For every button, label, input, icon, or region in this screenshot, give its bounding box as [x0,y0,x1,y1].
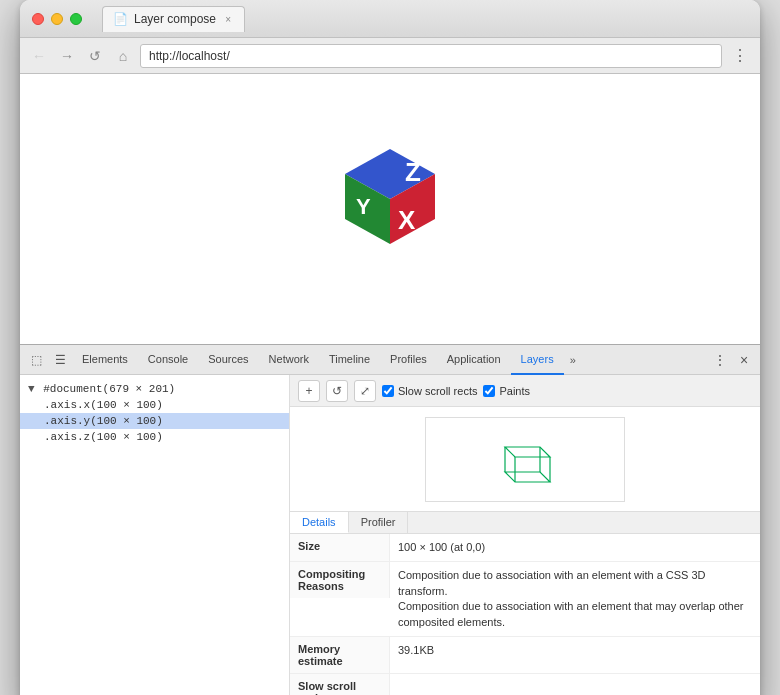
layer-tab-profiler[interactable]: Profiler [349,512,409,533]
tab-icon: 📄 [113,12,128,26]
tab-profiles[interactable]: Profiles [380,345,437,375]
rotate-layer-button[interactable]: ↺ [326,380,348,402]
detail-row-memory: Memory estimate 39.1KB [290,637,760,674]
back-icon: ← [32,48,46,64]
slow-scroll-regions-label: Slow scroll regions [290,674,390,695]
move-layer-button[interactable]: ⤢ [354,380,376,402]
layers-right-panel: + ↺ ⤢ Slow scroll rects Paints [290,375,760,695]
title-bar: 📄 Layer compose × [20,0,760,38]
layer-details-content: Size 100 × 100 (at 0,0) Compositing Reas… [290,534,760,695]
address-bar: ← → ↺ ⌂ ⋮ [20,38,760,74]
home-button[interactable]: ⌂ [112,45,134,67]
size-label: Size [290,534,390,561]
svg-text:X: X [398,205,416,235]
browser-content: Z Y X ⬚ ☰ Elements Console [20,74,760,695]
memory-label: Memory estimate [290,637,390,673]
compositing-value: Composition due to association with an e… [390,562,760,636]
tab-sources[interactable]: Sources [198,345,258,375]
add-layer-button[interactable]: + [298,380,320,402]
maximize-traffic-light[interactable] [70,13,82,25]
devtools-close-button[interactable]: × [732,348,756,372]
more-tabs-button[interactable]: » [564,354,582,366]
slow-scroll-regions-value [390,674,760,686]
webpage-area: Z Y X [20,74,760,344]
forward-button[interactable]: → [56,45,78,67]
layer-tab-details[interactable]: Details [290,512,349,533]
layer-detail-tab-bar: Details Profiler [290,512,760,534]
tab-console[interactable]: Console [138,345,198,375]
tree-item-axis-z[interactable]: .axis.z(100 × 100) [20,429,289,445]
tab-area: 📄 Layer compose × [102,6,748,32]
tree-arrow-document: ▼ [28,383,41,395]
devtools-panel: ⬚ ☰ Elements Console Sources Network [20,344,760,695]
slow-scroll-checkbox[interactable] [382,385,394,397]
paints-checkbox-group: Paints [483,385,530,397]
back-button[interactable]: ← [28,45,50,67]
tree-item-axis-y[interactable]: .axis.y(100 × 100) [20,413,289,429]
close-traffic-light[interactable] [32,13,44,25]
detail-row-slow-scroll: Slow scroll regions [290,674,760,695]
devtools-body: ▼ #document(679 × 201) .axis.x(100 × 100… [20,375,760,695]
compositing-label: Compositing Reasons [290,562,390,598]
traffic-lights [32,13,82,25]
paints-checkbox[interactable] [483,385,495,397]
svg-text:Y: Y [356,194,371,219]
svg-text:Z: Z [405,157,421,187]
tree-item-axis-x[interactable]: .axis.x(100 × 100) [20,397,289,413]
detail-row-size: Size 100 × 100 (at 0,0) [290,534,760,562]
inspect-icon: ⬚ [31,353,42,367]
memory-value: 39.1KB [390,637,760,664]
tree-item-document[interactable]: ▼ #document(679 × 201) [20,381,289,397]
tab-application[interactable]: Application [437,345,511,375]
reload-button[interactable]: ↺ [84,45,106,67]
tab-timeline[interactable]: Timeline [319,345,380,375]
slow-scroll-checkbox-group: Slow scroll rects [382,385,477,397]
paints-label: Paints [499,385,530,397]
layers-toolbar: + ↺ ⤢ Slow scroll rects Paints [290,375,760,407]
tab-close-button[interactable]: × [222,13,234,25]
reload-icon: ↺ [89,48,101,64]
tab-elements[interactable]: Elements [72,345,138,375]
size-value: 100 × 100 (at 0,0) [390,534,760,561]
browser-menu-button[interactable]: ⋮ [728,44,752,67]
url-input[interactable] [140,44,722,68]
home-icon: ⌂ [119,48,127,64]
devtools-inspect-button[interactable]: ⬚ [24,348,48,372]
slow-scroll-label: Slow scroll rects [398,385,477,397]
detail-row-compositing: Compositing Reasons Composition due to a… [290,562,760,637]
tab-title: Layer compose [134,12,216,26]
svg-marker-7 [505,447,550,457]
preview-canvas[interactable] [425,417,625,502]
devtools-options-button[interactable]: ⋮ [708,348,732,372]
tab-layers[interactable]: Layers [511,345,564,375]
layer-3d-preview [290,407,760,512]
console-drawer-icon: ☰ [55,353,66,367]
preview-3d-shape [485,427,565,492]
forward-icon: → [60,48,74,64]
tab-network[interactable]: Network [259,345,319,375]
browser-tab[interactable]: 📄 Layer compose × [102,6,245,32]
minimize-traffic-light[interactable] [51,13,63,25]
3d-cube: Z Y X [330,139,450,279]
svg-marker-6 [505,472,550,482]
devtools-console-button[interactable]: ☰ [48,348,72,372]
browser-window: 📄 Layer compose × ← → ↺ ⌂ ⋮ [20,0,760,695]
devtools-tab-bar: ⬚ ☰ Elements Console Sources Network [20,345,760,375]
layers-tree-panel: ▼ #document(679 × 201) .axis.x(100 × 100… [20,375,290,695]
